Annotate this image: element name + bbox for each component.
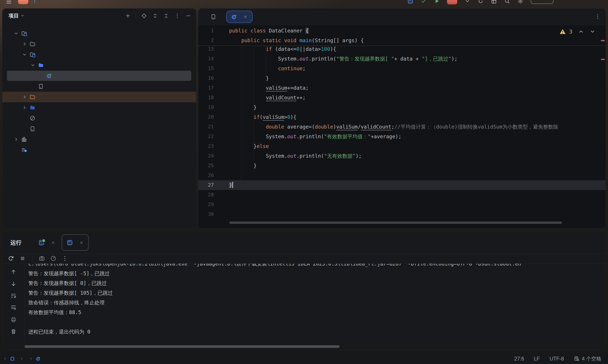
settings-button[interactable]: [517, 0, 524, 4]
more-button[interactable]: [173, 11, 181, 20]
code-editor[interactable]: 13 if (data<=0||data>100){ 14 System.out…: [198, 25, 606, 228]
tree-item-src[interactable]: [2, 60, 196, 70]
editor-tab-Tempconvert.iml[interactable]: [206, 11, 224, 23]
tree-item-.gitignore[interactable]: [2, 113, 196, 123]
inspections-widget[interactable]: 3: [559, 28, 596, 35]
line-number: 28: [198, 190, 214, 200]
line-number: 26: [198, 170, 214, 180]
scratches-icon: [21, 147, 27, 153]
code-line-28: 28: [198, 190, 606, 200]
line-ending[interactable]: LF: [534, 356, 540, 362]
next-problem-icon[interactable]: [589, 28, 596, 35]
chevron-right-icon: [22, 41, 27, 47]
console-output[interactable]: C:\Users\taro blue\.jdks\openjdk-20.0.2\…: [25, 264, 603, 347]
tree-item-临时文件和控制台[interactable]: [2, 145, 196, 155]
expand-all-icon: [152, 13, 158, 19]
chevron-right-icon: [22, 105, 27, 110]
code-line-19: 19 }: [198, 103, 606, 112]
code-line-25: 25 }: [198, 161, 606, 170]
tree-item-DataCleaner[interactable]: [2, 49, 196, 60]
breadcrumb-item-DataCleaner[interactable]: [10, 356, 17, 361]
add-button[interactable]: [123, 11, 132, 20]
run-config-chip-button[interactable]: [407, 0, 413, 4]
line-number: 27: [198, 180, 214, 190]
close-tab-icon[interactable]: [243, 14, 248, 19]
arrow-up-icon: [10, 269, 17, 275]
editor-horizontal-scrollbar[interactable]: [229, 221, 562, 224]
file-encoding[interactable]: UTF-8: [550, 356, 564, 362]
run-tab-Tempconvert[interactable]: [34, 234, 60, 251]
stop-button[interactable]: [19, 255, 26, 263]
error-stripe-mark[interactable]: [601, 40, 605, 41]
locate-icon: [141, 13, 147, 19]
run-config-chip-icon: [407, 0, 413, 4]
tree-item-Tempconvert.iml[interactable]: [2, 123, 196, 134]
indent-setting[interactable]: 4 个空格: [574, 355, 601, 362]
collapse-all-icon: [163, 13, 169, 19]
check-button[interactable]: [420, 0, 427, 4]
main-menu-button[interactable]: [6, 0, 12, 4]
console-horizontal-scrollbar[interactable]: [25, 345, 340, 348]
printer-button[interactable]: [10, 316, 17, 324]
locate-button[interactable]: [139, 11, 148, 20]
close-tab-icon[interactable]: [51, 240, 55, 245]
hide-panel-button[interactable]: [184, 11, 193, 20]
arrow-up-button[interactable]: [10, 269, 17, 276]
chevron-right-icon: [29, 356, 33, 361]
breadcrumb-item-DataCleaner[interactable]: [36, 356, 43, 361]
app-logo[interactable]: [18, 0, 28, 4]
scroll-to-end-button[interactable]: [10, 304, 17, 312]
console-line: 有效数据平均值：88.5: [28, 307, 603, 317]
console-line: 致命错误：传感器掉线，终止处理: [28, 298, 603, 307]
run-toolbar: [2, 254, 68, 263]
run-options-button[interactable]: [464, 0, 471, 4]
arrow-down-icon: [10, 281, 17, 287]
editor-tabs-more-icon[interactable]: [594, 13, 601, 20]
tree-item-外部库[interactable]: [2, 134, 196, 145]
soft-wrap-button[interactable]: [10, 292, 17, 300]
license-pill-button[interactable]: [531, 0, 554, 4]
main-toolbar: [0, 0, 608, 6]
tree-item-src[interactable]: [2, 102, 196, 113]
run-tab-DataCleaner[interactable]: [62, 234, 89, 251]
run-panel-header: 运行: [2, 231, 606, 254]
rerun-button[interactable]: [8, 255, 14, 263]
search-icon: [504, 0, 510, 4]
run-panel-title[interactable]: 运行: [10, 239, 21, 246]
line-number: 18: [198, 93, 214, 103]
intellij-idea-window: 项目: [0, 0, 608, 364]
sticky-lines: 1 public class DataCleaner { 2 public st…: [198, 26, 606, 46]
arrow-down-button[interactable]: [10, 281, 17, 288]
error-stripe-mark[interactable]: [601, 59, 605, 60]
clear-button[interactable]: [10, 328, 17, 336]
more-button[interactable]: [61, 255, 68, 263]
clear-icon: [10, 328, 17, 335]
refresh-button[interactable]: [478, 0, 484, 4]
close-tab-icon[interactable]: [79, 240, 84, 245]
tree-item-DataCleaner.iml[interactable]: [2, 81, 196, 92]
chevron-right-icon: [14, 137, 19, 142]
chevron-down-icon: [22, 52, 27, 57]
line-number: 16: [198, 73, 214, 83]
tree-item-out[interactable]: [2, 92, 196, 102]
profiler-button[interactable]: [50, 255, 57, 263]
folder-icon: [29, 41, 36, 47]
caret-position[interactable]: 27:6: [514, 356, 524, 362]
previous-problem-icon[interactable]: [578, 28, 584, 35]
layout-button[interactable]: [491, 0, 497, 4]
camera-button[interactable]: [39, 255, 45, 263]
expand-all-button[interactable]: [150, 11, 159, 20]
tree-item-DataCleaner[interactable]: [2, 70, 196, 81]
tree-item-TempConvert[interactable]: [2, 28, 196, 39]
record-button[interactable]: [447, 0, 457, 4]
search-button[interactable]: [504, 0, 510, 4]
editor-tab-bar: [198, 9, 606, 25]
project-panel-title[interactable]: 项目: [9, 12, 25, 19]
console-chip-icon: [67, 239, 73, 246]
line-number: 23: [198, 141, 214, 151]
run-button[interactable]: [434, 0, 440, 4]
line-number: 25: [198, 161, 214, 170]
editor-tab-DataCleaner.java[interactable]: [226, 11, 253, 23]
tree-item-.idea[interactable]: [2, 39, 196, 49]
collapse-all-button[interactable]: [162, 11, 170, 20]
